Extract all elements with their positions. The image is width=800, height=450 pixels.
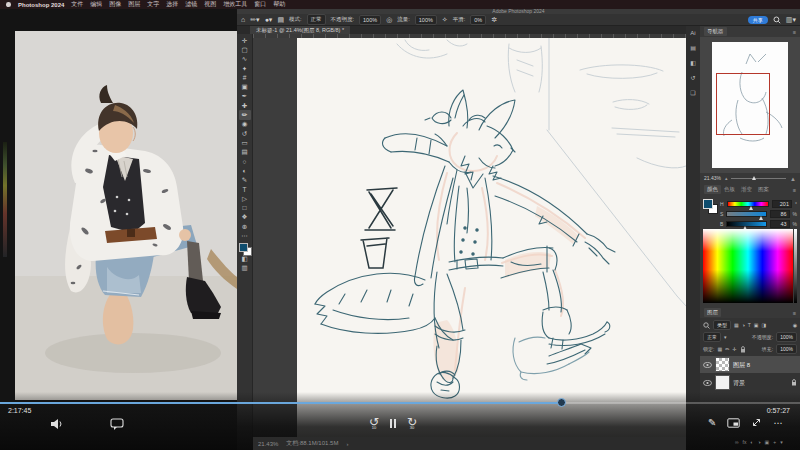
- link-layers-icon[interactable]: ∞: [735, 440, 739, 445]
- filter-toggle-icon[interactable]: ◉: [793, 322, 797, 328]
- pause-button[interactable]: [390, 419, 396, 428]
- navigator-view-box[interactable]: [716, 73, 770, 135]
- layer-group-icon[interactable]: ▣: [765, 440, 770, 445]
- smoothing-select[interactable]: 0%: [470, 15, 486, 25]
- workspace-icon[interactable]: ▥▾: [786, 16, 796, 24]
- pip-icon[interactable]: [727, 418, 740, 428]
- tool-history-brush[interactable]: ↺: [239, 129, 251, 138]
- mode-select[interactable]: 正常: [307, 14, 326, 25]
- menu-app-name[interactable]: Photoshop 2024: [18, 2, 64, 8]
- tool-eraser[interactable]: ▭: [239, 138, 251, 147]
- forward-30-button[interactable]: ↻30: [404, 416, 420, 430]
- screen-mode-icon[interactable]: ▥: [239, 264, 251, 273]
- libraries-panel-icon[interactable]: ▤: [690, 44, 696, 51]
- tool-blur[interactable]: ○: [239, 157, 251, 166]
- background-thumbnail[interactable]: [715, 375, 730, 390]
- apple-menu-icon[interactable]: [6, 2, 11, 7]
- comments-panel-icon[interactable]: ❑: [690, 89, 695, 96]
- tool-hand[interactable]: ❖: [239, 213, 251, 222]
- tool-marquee[interactable]: ▢: [239, 45, 251, 54]
- menu-item-file[interactable]: 文件: [71, 0, 83, 9]
- opacity-pressure-icon[interactable]: ◎: [386, 16, 392, 24]
- saturation-slider[interactable]: [726, 211, 766, 217]
- adjustments-panel-icon[interactable]: ◧: [690, 59, 696, 66]
- navigator-tab[interactable]: 导航器: [704, 27, 727, 36]
- saturation-value[interactable]: 86: [770, 210, 790, 218]
- brush-panel-toggle-icon[interactable]: ▤: [277, 16, 284, 24]
- filter-pixel-icon[interactable]: ▦: [734, 322, 739, 328]
- fill-value[interactable]: 100%: [776, 344, 797, 354]
- tool-eyedropper[interactable]: ✒: [239, 92, 251, 101]
- lock-position-icon[interactable]: ✛: [732, 346, 736, 352]
- menu-item-view[interactable]: 视图: [204, 0, 216, 9]
- layer-style-icon[interactable]: fx: [743, 440, 747, 445]
- quick-mask-icon[interactable]: ◧: [239, 255, 251, 264]
- tool-crop[interactable]: #: [239, 73, 251, 82]
- menu-item-filter[interactable]: 滤镜: [185, 0, 197, 9]
- menu-item-help[interactable]: 帮助: [273, 0, 285, 9]
- tool-clone-stamp[interactable]: ◉: [239, 120, 251, 129]
- more-options-icon[interactable]: ⋯: [773, 418, 782, 428]
- navigator-zoom-slider[interactable]: [731, 178, 786, 179]
- new-layer-icon[interactable]: +: [773, 440, 776, 445]
- annotate-pencil-icon[interactable]: ✎: [708, 417, 716, 428]
- tool-lasso[interactable]: ∿: [239, 55, 251, 64]
- fullscreen-icon[interactable]: [751, 417, 762, 428]
- brush-preset-icon[interactable]: ●▾: [265, 16, 273, 24]
- airbrush-icon[interactable]: ✧: [442, 16, 448, 24]
- layer-row-background[interactable]: 背景: [700, 374, 800, 391]
- background-layer-name[interactable]: 背景: [733, 380, 745, 386]
- tool-shape[interactable]: □: [239, 203, 251, 212]
- tool-spot-healing[interactable]: ✚: [239, 101, 251, 110]
- brightness-value[interactable]: 43: [770, 220, 790, 228]
- adjustment-layer-icon[interactable]: ◑: [758, 440, 761, 445]
- color-tab[interactable]: 颜色: [704, 185, 721, 194]
- opacity-select[interactable]: 100%: [359, 15, 381, 25]
- menu-item-window[interactable]: 窗口: [254, 0, 266, 9]
- tool-gradient[interactable]: ▤: [239, 148, 251, 157]
- blend-caret-icon[interactable]: ▾: [724, 334, 727, 340]
- menu-item-select[interactable]: 选择: [166, 0, 178, 9]
- menu-item-type[interactable]: 文字: [147, 0, 159, 9]
- background-visibility-icon[interactable]: [703, 380, 712, 386]
- menu-item-layer[interactable]: 图层: [128, 0, 140, 9]
- home-icon[interactable]: ⌂: [241, 16, 245, 23]
- hue-value[interactable]: 201: [772, 200, 792, 208]
- toolbar-more-icon[interactable]: ⋯: [239, 231, 251, 240]
- gradients-tab[interactable]: 渐变: [738, 185, 755, 194]
- brightness-slider[interactable]: [726, 221, 766, 227]
- tool-dodge[interactable]: ◐: [239, 166, 251, 175]
- layer-row-active[interactable]: 图层 8: [700, 356, 800, 373]
- foreground-color-swatch[interactable]: [239, 243, 248, 252]
- delete-layer-icon[interactable]: ▾: [780, 440, 783, 445]
- tool-path-selection[interactable]: ▷: [239, 194, 251, 203]
- ai-panel-icon[interactable]: Ai: [690, 30, 695, 36]
- share-button[interactable]: 共享: [748, 16, 768, 24]
- menu-item-plugins[interactable]: 增效工具: [223, 0, 247, 9]
- grayscale-ramp[interactable]: [794, 229, 797, 303]
- zoom-out-icon[interactable]: ▴: [725, 176, 728, 181]
- flow-select[interactable]: 100%: [415, 15, 437, 25]
- layer-filter-kind[interactable]: 类型: [713, 320, 731, 330]
- navigator-menu-icon[interactable]: ≡: [793, 29, 796, 35]
- lock-all-icon[interactable]: [740, 346, 746, 353]
- tool-object-selection[interactable]: ✦: [239, 64, 251, 73]
- filter-adjustment-icon[interactable]: ◑: [742, 322, 745, 328]
- zoom-in-icon[interactable]: ▲: [790, 176, 796, 182]
- search-icon[interactable]: [773, 16, 781, 24]
- layer-visibility-icon[interactable]: [703, 362, 712, 368]
- tool-type[interactable]: T: [239, 185, 251, 194]
- tool-pen[interactable]: ✎: [239, 175, 251, 184]
- chat-icon[interactable]: [110, 418, 124, 430]
- hue-slider[interactable]: [727, 201, 769, 207]
- layer-mask-icon[interactable]: ◐: [750, 440, 753, 445]
- layers-panel-menu-icon[interactable]: ≡: [793, 310, 796, 316]
- menu-item-edit[interactable]: 编辑: [90, 0, 102, 9]
- layers-opacity-value[interactable]: 100%: [776, 332, 797, 342]
- navigator-zoom-value[interactable]: 21.43%: [704, 176, 721, 181]
- color-spectrum-picker[interactable]: [703, 229, 793, 303]
- tool-zoom[interactable]: ⊕: [239, 222, 251, 231]
- blend-mode-select[interactable]: 正常: [703, 332, 721, 342]
- lock-transparency-icon[interactable]: ▦: [717, 346, 722, 352]
- document-tab[interactable]: 未标题-1 @ 21.4%(图层 8, RGB/8) *: [250, 26, 350, 34]
